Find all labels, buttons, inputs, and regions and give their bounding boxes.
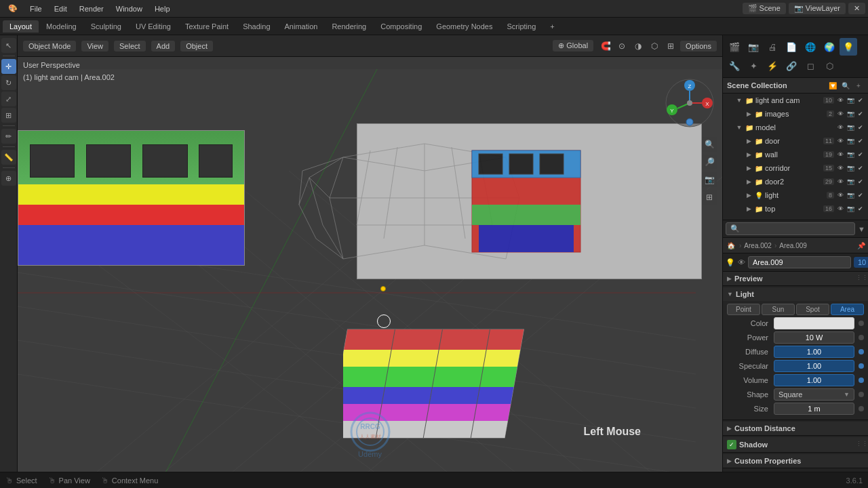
tool-scale[interactable]: ⤢ [1, 92, 16, 106]
expand-light[interactable]: ▶ [745, 191, 753, 199]
add-menu[interactable]: Add [151, 41, 176, 52]
vis-render-light[interactable]: 📷 [846, 190, 855, 200]
expand-top[interactable]: ▶ [745, 205, 753, 213]
menu-window[interactable]: Window [111, 3, 148, 14]
breadcrumb-area002[interactable]: Area.002 [744, 242, 772, 249]
vis-selectable-images[interactable]: ✔ [856, 109, 865, 119]
vis-render-model[interactable]: 📷 [846, 123, 855, 132]
vis-eye-corridor[interactable]: 👁 [835, 163, 845, 173]
shadow-enabled-checkbox[interactable]: ✓ [727, 440, 736, 449]
vis-render-light-cam[interactable]: 📷 [846, 96, 855, 105]
tool-add[interactable]: ⊕ [1, 171, 16, 186]
props-search-input[interactable]: 🔍 [726, 222, 855, 235]
select-menu[interactable]: Select [114, 41, 146, 52]
mode-selector[interactable]: Object Mode [23, 41, 76, 52]
light-type-sun[interactable]: Sun [762, 304, 795, 315]
viewport[interactable]: Object Mode View Select Add Object ⊕ Glo… [18, 35, 722, 472]
expand-door[interactable]: ▶ [745, 137, 753, 145]
prop-tab-physics[interactable]: ⚡ [764, 57, 781, 75]
tool-transform[interactable]: ⊞ [1, 108, 16, 123]
prop-tab-render[interactable]: 📷 [745, 38, 762, 56]
vis-selectable-light-cam[interactable]: ✔ [856, 96, 865, 105]
outliner-item-plane[interactable]: ▶ ▦ Plane 👁 📷 ✔ [723, 216, 868, 220]
vis-selectable-light[interactable]: ✔ [856, 190, 865, 200]
proportional-edit-icon[interactable]: ⊙ [615, 39, 629, 53]
light-type-area[interactable]: Area [831, 304, 864, 315]
outliner-search-icon[interactable]: 🔍 [840, 80, 851, 91]
diffuse-dot[interactable] [859, 349, 864, 354]
vis-render-corridor[interactable]: 📷 [846, 163, 855, 173]
outliner-item-wall[interactable]: ▶ 📁 wall 19 👁 📷 ✔ [723, 148, 868, 161]
tab-geometry-nodes[interactable]: Geometry Nodes [429, 20, 499, 33]
color-dot[interactable] [859, 321, 864, 326]
vis-selectable-top[interactable]: ✔ [856, 204, 865, 214]
shadow-header[interactable]: ✓ Shadow ⋮⋮ [723, 437, 868, 452]
outliner-item-top[interactable]: ▶ 📁 top 16 👁 📷 ✔ [723, 202, 868, 216]
tab-texture-paint[interactable]: Texture Paint [178, 20, 235, 33]
vis-eye-door2[interactable]: 👁 [835, 177, 845, 186]
tab-compositing[interactable]: Compositing [374, 20, 429, 33]
vis-selectable-model[interactable]: ✔ [856, 123, 865, 132]
tab-layout[interactable]: Layout [3, 20, 39, 33]
tab-scripting[interactable]: Scripting [500, 20, 542, 33]
expand-corridor[interactable]: ▶ [745, 164, 753, 172]
vis-eye-model[interactable]: 👁 [835, 123, 845, 132]
color-value[interactable] [774, 317, 854, 329]
volume-dot[interactable] [859, 378, 864, 383]
vis-selectable-door[interactable]: ✔ [856, 136, 865, 146]
prop-tab-particles[interactable]: ✦ [745, 57, 762, 75]
prop-tab-scene[interactable]: 🎬 [726, 38, 743, 56]
tab-animation[interactable]: Animation [278, 20, 325, 33]
tab-modeling[interactable]: Modeling [39, 20, 83, 33]
vis-eye-door[interactable]: 👁 [835, 136, 845, 146]
vis-selectable-door2[interactable]: ✔ [856, 177, 865, 186]
menu-edit[interactable]: Edit [49, 3, 73, 14]
outliner-item-door2[interactable]: ▶ 📁 door2 29 👁 📷 ✔ [723, 175, 868, 188]
prop-tab-object[interactable]: 💡 [840, 38, 857, 56]
prop-tab-constraints[interactable]: 🔗 [783, 57, 800, 75]
size-value[interactable]: 1 m [774, 403, 854, 415]
vis-render-images[interactable]: 📷 [846, 109, 855, 119]
custom-distance-header[interactable]: ▶ Custom Distance [723, 422, 868, 435]
tool-measure[interactable]: 📏 [1, 150, 16, 165]
menu-file[interactable]: File [24, 3, 47, 14]
props-filter-btn[interactable]: ▼ [858, 225, 865, 233]
prop-tab-world[interactable]: 🌍 [821, 38, 838, 56]
blender-menu[interactable]: 🎨 [3, 3, 23, 14]
tab-uv-editing[interactable]: UV Editing [129, 20, 178, 33]
expand-wall[interactable]: ▶ [745, 150, 753, 159]
magnet-icon[interactable]: 🧲 [599, 39, 612, 53]
zoom-out-btn[interactable]: 🔎 [702, 155, 717, 169]
shape-select[interactable]: Square ▼ [774, 388, 854, 401]
custom-props-header[interactable]: ▶ Custom Properties [723, 454, 868, 468]
vis-eye-light-cam[interactable]: 👁 [835, 96, 845, 105]
section-preview-header[interactable]: ▶ Preview ⋮⋮ [723, 272, 868, 285]
collections-btn[interactable]: ⊞ [702, 190, 717, 205]
vis-selectable-corridor[interactable]: ✔ [856, 163, 865, 173]
specular-value[interactable]: 1.00 [774, 360, 854, 372]
prop-tab-view-layer[interactable]: 📄 [783, 38, 800, 56]
shape-dot[interactable] [859, 392, 864, 397]
vis-eye-top[interactable]: 👁 [835, 204, 845, 214]
obj-vis-icon[interactable]: 👁 [738, 256, 745, 268]
vis-render-door2[interactable]: 📷 [846, 177, 855, 186]
close-btn[interactable]: ✕ [848, 3, 865, 14]
view-menu[interactable]: View [81, 41, 108, 52]
outliner-item-images[interactable]: ▶ 📁 images 2 👁 📷 ✔ [723, 107, 868, 121]
transform-global[interactable]: ⊕ Global [553, 40, 593, 52]
outliner-item-model[interactable]: ▼ 📁 model 👁 📷 ✔ [723, 121, 868, 134]
expand-model[interactable]: ▼ [735, 123, 743, 131]
object-menu[interactable]: Object [180, 41, 213, 52]
expand-door2[interactable]: ▶ [745, 178, 753, 186]
menu-help[interactable]: Help [149, 3, 176, 14]
prop-tab-scene-props[interactable]: 🌐 [802, 38, 819, 56]
viewport-gizmo[interactable]: Z X Y [663, 76, 717, 130]
prop-tab-material[interactable]: ⬡ [821, 57, 838, 75]
object-name-input[interactable] [748, 256, 851, 268]
outliner-add-icon[interactable]: + [853, 80, 864, 91]
prop-tab-object-data[interactable]: ◻ [802, 57, 819, 75]
outliner-item-light[interactable]: ▶ 💡 light 8 👁 📷 ✔ [723, 188, 868, 202]
expand-images[interactable]: ▶ [745, 110, 753, 118]
camera-view-btn[interactable]: 📷 [702, 172, 717, 187]
tool-cursor[interactable]: ↖ [1, 38, 16, 53]
